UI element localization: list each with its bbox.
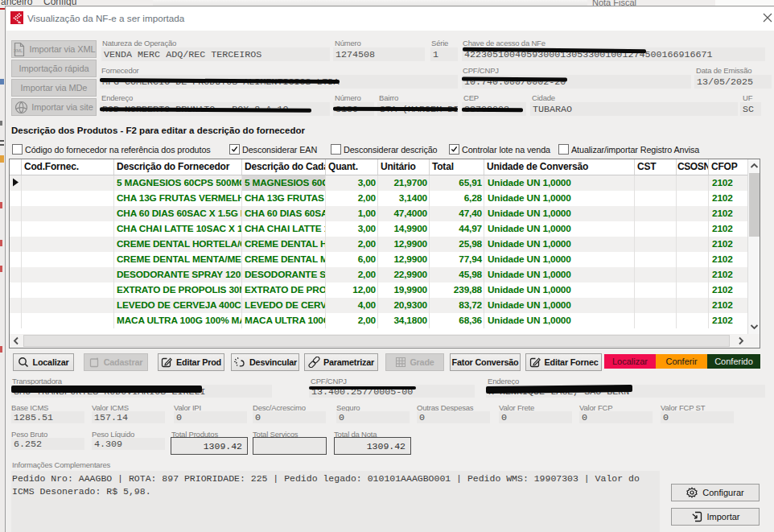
svg-text:XML: XML: [14, 48, 23, 53]
